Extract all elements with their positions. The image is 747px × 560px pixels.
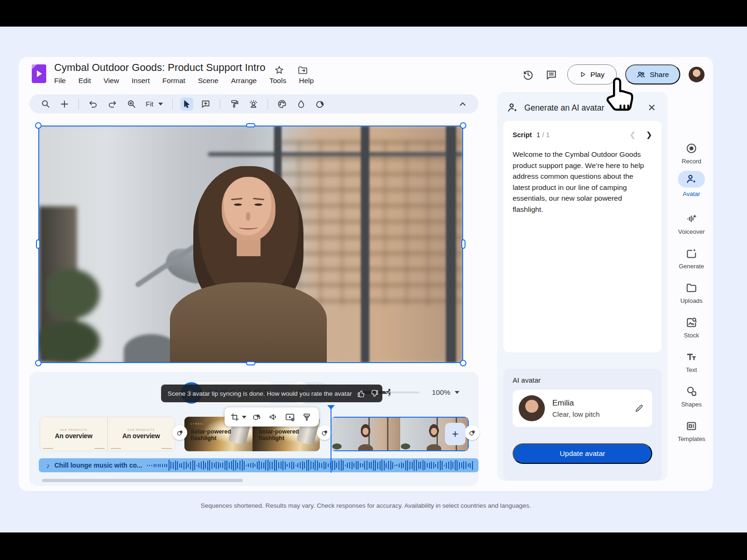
rail-item-uploads[interactable]: Uploads xyxy=(670,281,713,304)
rail-label: Voiceover xyxy=(678,228,705,235)
resize-handle-sw[interactable] xyxy=(35,360,42,366)
timeline-zoom-dropdown[interactable]: 100% xyxy=(432,384,459,401)
avatar-photo xyxy=(519,395,545,421)
window-mullion xyxy=(446,126,456,363)
crop-dropdown[interactable] xyxy=(229,410,247,425)
script-label: Script xyxy=(513,131,532,139)
color-palette-icon[interactable] xyxy=(275,98,289,111)
menu-view[interactable]: View xyxy=(103,76,120,86)
transition-button-1[interactable] xyxy=(172,425,187,440)
thumbs-down-icon[interactable] xyxy=(370,388,379,399)
transition-button-2[interactable] xyxy=(317,425,332,440)
letterbox-bottom xyxy=(0,532,747,560)
resize-handle-ne[interactable] xyxy=(460,122,466,129)
thumbs-up-icon[interactable] xyxy=(357,388,366,399)
add-clip-button[interactable]: + xyxy=(445,423,465,445)
avatar-sparkle-icon xyxy=(678,171,705,188)
menu-format[interactable]: Format xyxy=(162,76,186,86)
office-plant xyxy=(39,315,106,363)
avatar-effects-icon[interactable] xyxy=(247,98,260,111)
menu-edit[interactable]: Edit xyxy=(78,76,92,86)
play-button[interactable]: Play xyxy=(567,64,617,84)
resize-handle-nw[interactable] xyxy=(35,122,42,129)
toolbar-divider xyxy=(172,99,173,109)
rail-item-shapes[interactable]: Shapes xyxy=(670,385,713,408)
paint-format-icon[interactable] xyxy=(228,98,241,111)
resize-handle-e[interactable] xyxy=(461,239,465,249)
edit-pencil-icon[interactable] xyxy=(634,404,644,413)
add-comment-icon[interactable] xyxy=(199,98,212,111)
scene-3-avatar-selected[interactable]: + xyxy=(331,417,469,451)
transition-icon[interactable] xyxy=(249,410,264,425)
comments-icon[interactable] xyxy=(544,67,559,82)
resize-handle-se[interactable] xyxy=(460,360,466,366)
scene-1-overview[interactable]: OUR PRODUCTS An overview OUR PRODUCTS An… xyxy=(40,417,175,451)
selected-avatar-card[interactable]: Emilia Clear, low pitch xyxy=(513,390,652,427)
share-button[interactable]: Share xyxy=(625,64,680,84)
menu-bar: File Edit View Insert Format Scene Arran… xyxy=(53,76,315,86)
resize-handle-w[interactable] xyxy=(36,239,40,249)
voiceover-icon xyxy=(685,212,698,225)
menu-help[interactable]: Help xyxy=(298,76,315,86)
avatar-name: Emilia xyxy=(552,399,627,408)
audio-waveform xyxy=(147,459,474,471)
undo-icon[interactable] xyxy=(86,98,99,111)
volume-icon[interactable] xyxy=(266,410,281,425)
script-prev-icon[interactable]: ❮ xyxy=(629,131,635,139)
avatar-video-frame[interactable] xyxy=(39,126,463,363)
menu-file[interactable]: File xyxy=(53,76,67,86)
audio-track-label: Chill lounge music with co... xyxy=(55,462,142,469)
rail-item-generate[interactable]: Generate xyxy=(670,247,713,270)
select-cursor-tool[interactable] xyxy=(180,98,193,111)
video-canvas[interactable]: Scene 3 avatar lip syncing is done. How … xyxy=(39,126,463,363)
vids-logo[interactable] xyxy=(32,64,46,83)
menu-tools[interactable]: Tools xyxy=(268,76,287,86)
music-note-icon: ♪ xyxy=(46,462,50,469)
redo-icon[interactable] xyxy=(106,98,119,111)
format-paint-icon[interactable] xyxy=(299,410,314,425)
filters-contrast-icon[interactable] xyxy=(314,98,327,111)
collapse-toolbar-icon[interactable] xyxy=(456,98,469,111)
rail-item-stock[interactable]: Stock xyxy=(670,316,713,339)
search-icon[interactable] xyxy=(39,98,52,111)
panel-close-icon[interactable]: ✕ xyxy=(645,101,658,114)
menu-arrange[interactable]: Arrange xyxy=(230,76,258,86)
window-mullion xyxy=(361,126,369,363)
zoom-fit-dropdown[interactable]: Fit xyxy=(144,100,165,108)
version-history-icon[interactable] xyxy=(521,67,536,82)
transition-button-3[interactable] xyxy=(465,425,479,440)
menu-scene[interactable]: Scene xyxy=(197,76,219,86)
rail-item-templates[interactable]: Templates xyxy=(670,420,713,442)
stock-media-icon xyxy=(685,316,698,329)
script-text[interactable]: Welcome to the Cymbal Outdoor Goods prod… xyxy=(513,149,652,215)
toolbar-divider xyxy=(220,99,220,109)
window-buildings xyxy=(276,140,463,306)
account-avatar[interactable] xyxy=(689,67,705,83)
rail-label: Uploads xyxy=(680,297,703,304)
playhead-line xyxy=(331,409,331,473)
toast-close-icon[interactable] xyxy=(384,388,392,399)
avatar-sparkle-icon xyxy=(507,102,519,114)
rail-item-avatar[interactable]: Avatar xyxy=(670,171,713,197)
menu-insert[interactable]: Insert xyxy=(131,76,151,86)
play-button-label: Play xyxy=(591,70,605,79)
resize-handle-n[interactable] xyxy=(246,123,255,127)
document-title[interactable]: Cymbal Outdoor Goods: Product Support In… xyxy=(54,62,265,74)
frame-title: Solar-powered flashlight xyxy=(190,428,239,441)
timeline-scrollbar[interactable] xyxy=(42,479,243,482)
color-adjust-icon[interactable] xyxy=(295,98,308,111)
audio-track[interactable]: ♪ Chill lounge music with co... xyxy=(39,458,479,472)
resize-handle-s[interactable] xyxy=(246,361,255,365)
zoom-in-icon[interactable] xyxy=(125,98,138,111)
uploads-folder-icon xyxy=(685,281,698,294)
rail-item-voiceover[interactable]: Voiceover xyxy=(670,212,713,235)
video-settings-icon[interactable] xyxy=(282,410,297,425)
chevron-down-icon xyxy=(158,103,163,105)
rail-item-record[interactable]: Record xyxy=(670,142,713,165)
playhead-marker[interactable] xyxy=(327,405,335,410)
update-avatar-button[interactable]: Update avatar xyxy=(513,443,652,464)
shapes-icon xyxy=(685,385,698,398)
insert-plus-icon[interactable] xyxy=(58,98,71,111)
rail-item-text[interactable]: Text xyxy=(670,350,713,373)
script-next-icon[interactable]: ❯ xyxy=(646,131,652,139)
